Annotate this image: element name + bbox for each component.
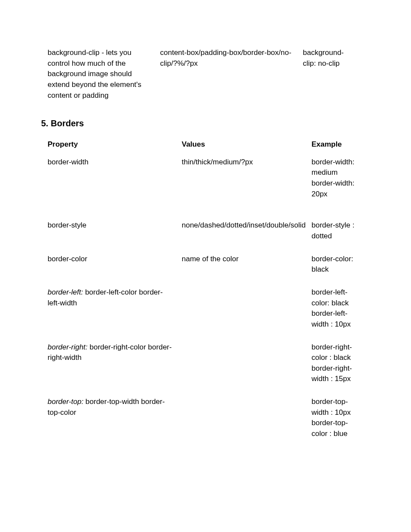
property-cell: border-width — [48, 157, 182, 200]
property-cell: border-style — [48, 220, 182, 241]
property-text: border-style — [48, 221, 87, 229]
background-clip-row: background-clip - lets you control how m… — [48, 48, 363, 101]
property-text: border-color — [48, 255, 87, 263]
property-text: border-width — [48, 158, 89, 166]
values-cell — [182, 342, 311, 385]
values-cell — [182, 287, 311, 330]
example-cell: border-style : dotted — [311, 220, 355, 241]
header-property: Property — [48, 139, 182, 150]
table-row: border-colorname of the colorborder-colo… — [48, 254, 363, 275]
property-cell: border-color — [48, 254, 182, 275]
values-cell: name of the color — [182, 254, 311, 275]
header-values: Values — [182, 139, 311, 150]
values-cell: none/dashed/dotted/inset/double/solid — [182, 220, 311, 241]
example-cell: border-top-width : 10px border-top-color… — [311, 397, 355, 439]
table-row: border-top: border-top-width border-top-… — [48, 397, 363, 439]
top-values: content-box/padding-box/border-box/no-cl… — [160, 48, 303, 101]
property-cell: border-left: border-left-color border-le… — [48, 287, 182, 330]
table-row: border-right: border-right-color border-… — [48, 342, 363, 385]
property-cell: border-top: border-top-width border-top-… — [48, 397, 182, 439]
property-italic-label: border-top: — [48, 397, 83, 406]
example-cell: border-right-color : black border-right-… — [311, 342, 355, 385]
top-example: background-clip: no-clip — [303, 48, 355, 101]
table-row: border-stylenone/dashed/dotted/inset/dou… — [48, 220, 363, 241]
borders-table: Property Values Example border-widththin… — [48, 139, 363, 439]
table-header-row: Property Values Example — [48, 139, 363, 150]
property-italic-label: border-left: — [48, 288, 83, 296]
section-heading-borders: 5. Borders — [41, 117, 363, 130]
example-cell: border-width: medium border-width: 20px — [311, 157, 355, 200]
values-cell: thin/thick/medium/?px — [182, 157, 311, 200]
example-cell: border-color: black — [311, 254, 355, 275]
top-property: background-clip - lets you control how m… — [48, 48, 160, 101]
table-row: border-left: border-left-color border-le… — [48, 287, 363, 330]
values-cell — [182, 397, 311, 439]
property-cell: border-right: border-right-color border-… — [48, 342, 182, 385]
table-row: border-widththin/thick/medium/?pxborder-… — [48, 157, 363, 200]
header-example: Example — [311, 139, 355, 150]
property-italic-label: border-right: — [48, 343, 87, 351]
example-cell: border-left-color: black border-left-wid… — [311, 287, 355, 330]
